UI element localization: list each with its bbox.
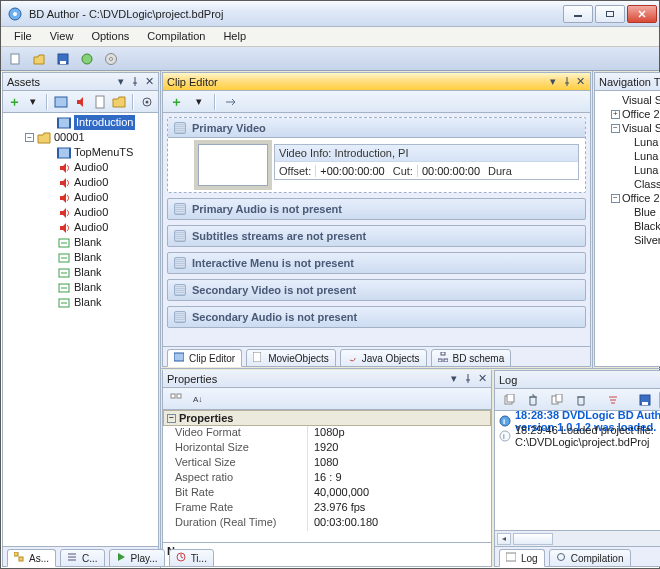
nav-item[interactable]: Silver: [607, 233, 660, 247]
prop-row[interactable]: Vertical Size1080: [163, 456, 491, 471]
maximize-button[interactable]: [595, 5, 625, 23]
menu-options[interactable]: Options: [82, 27, 138, 46]
menu-file[interactable]: File: [5, 27, 41, 46]
prop-row[interactable]: Horizontal Size1920: [163, 441, 491, 456]
tree-node[interactable]: Blank: [15, 280, 158, 295]
close-icon[interactable]: ✕: [144, 77, 154, 87]
new-icon[interactable]: [5, 49, 25, 69]
tab-clip-editor[interactable]: Clip Editor: [167, 349, 242, 367]
film-icon[interactable]: [53, 92, 69, 112]
tree-node[interactable]: Audio0: [15, 175, 158, 190]
clip-block[interactable]: Primary Audio is not present: [167, 198, 586, 220]
tree-node[interactable]: Blank: [15, 295, 158, 310]
tab-ti[interactable]: Ti...: [169, 549, 214, 567]
block-header[interactable]: Primary Video: [168, 118, 585, 138]
tab-c[interactable]: C...: [60, 549, 105, 567]
pin-icon[interactable]: [463, 374, 473, 384]
expand-icon[interactable]: +: [611, 110, 620, 119]
drag-handle-icon[interactable]: [174, 203, 186, 215]
tree-node[interactable]: Audio0: [15, 220, 158, 235]
trash-icon[interactable]: [523, 390, 543, 410]
drag-handle-icon[interactable]: [174, 284, 186, 296]
tree-node[interactable]: Audio0: [15, 205, 158, 220]
nav-item[interactable]: Luna Olive: [607, 163, 660, 177]
tree-node[interactable]: Blank: [15, 265, 158, 280]
log-header[interactable]: Log ▾ ✕: [495, 371, 660, 389]
nav-tree[interactable]: Visual Studio 2003+Office 2003−Visual St…: [595, 91, 660, 366]
pin-icon[interactable]: [130, 77, 140, 87]
sort-az-icon[interactable]: A↓: [189, 389, 209, 409]
tree-node[interactable]: −00001: [15, 130, 158, 145]
build-icon[interactable]: [77, 49, 97, 69]
prop-row[interactable]: Aspect ratio16 : 9: [163, 471, 491, 486]
menu-help[interactable]: Help: [214, 27, 255, 46]
tree-node[interactable]: Blank: [15, 250, 158, 265]
clip-body[interactable]: Primary Video Video Info: Introduction, …: [163, 113, 590, 346]
nav-item[interactable]: Blue: [607, 205, 660, 219]
tree-node[interactable]: Introduction: [15, 115, 158, 130]
log-line[interactable]: i18:29:46 Loaded project file: C:\DVDLog…: [499, 428, 660, 443]
prop-row[interactable]: Video Format1080p: [163, 426, 491, 441]
chevron-down-icon[interactable]: ▾: [189, 92, 209, 112]
menu-view[interactable]: View: [41, 27, 83, 46]
tab-assets[interactable]: As...: [7, 549, 56, 567]
clip-editor-header[interactable]: Clip Editor ▾ ✕: [163, 73, 590, 91]
nav-item[interactable]: −Visual Studio 2005: [607, 121, 660, 135]
trash-all-icon[interactable]: [571, 390, 591, 410]
prop-row[interactable]: Bit Rate40,000,000: [163, 486, 491, 501]
audio-icon[interactable]: [72, 92, 88, 112]
nav-tree-header[interactable]: Navigation Tree ◂ ▸ ✕: [595, 73, 660, 91]
clip-block[interactable]: Secondary Audio is not present: [167, 306, 586, 328]
dropdown-icon[interactable]: ▾: [449, 374, 459, 384]
drag-handle-icon[interactable]: [174, 257, 186, 269]
prop-group[interactable]: −Properties: [163, 410, 491, 426]
add-icon[interactable]: ＋: [6, 92, 22, 112]
tab-compilation[interactable]: Compilation: [549, 549, 631, 567]
log-scrollbar[interactable]: ◂ ▸: [495, 530, 660, 546]
clip-block[interactable]: Secondary Video is not present: [167, 279, 586, 301]
tab-bd-schema[interactable]: BD schema: [431, 349, 512, 367]
pin-icon[interactable]: [562, 77, 572, 87]
nav-item[interactable]: Luna Blue: [607, 135, 660, 149]
properties-header[interactable]: Properties ▾ ✕: [163, 370, 491, 388]
chevron-down-icon[interactable]: ▾: [25, 92, 41, 112]
properties-grid[interactable]: −PropertiesVideo Format1080pHorizontal S…: [163, 410, 491, 542]
assets-header[interactable]: Assets ▾ ✕: [3, 73, 158, 91]
close-button[interactable]: [627, 5, 657, 23]
minimize-button[interactable]: [563, 5, 593, 23]
tree-node[interactable]: Audio0: [15, 160, 158, 175]
expand-icon[interactable]: −: [611, 124, 620, 133]
expand-icon[interactable]: −: [25, 133, 34, 142]
nav-item[interactable]: Classic: [607, 177, 660, 191]
copy-icon[interactable]: [499, 390, 519, 410]
save-log-icon[interactable]: [635, 390, 655, 410]
scroll-left-icon[interactable]: ◂: [497, 533, 511, 545]
clip-block[interactable]: Interactive Menu is not present: [167, 252, 586, 274]
save-icon[interactable]: [53, 49, 73, 69]
dropdown-icon[interactable]: ▾: [548, 77, 558, 87]
titlebar[interactable]: BD Author - C:\DVDLogic\project.bdProj: [1, 1, 659, 27]
expand-icon[interactable]: −: [611, 194, 620, 203]
nav-item[interactable]: Black: [607, 219, 660, 233]
nav-item[interactable]: −Office 2007: [607, 191, 660, 205]
tab-java-objects[interactable]: Java Objects: [340, 349, 427, 367]
filter-icon[interactable]: [603, 390, 623, 410]
prop-row[interactable]: Duration (Real Time)00:03:00.180: [163, 516, 491, 531]
drag-handle-icon[interactable]: [174, 311, 186, 323]
menu-compilation[interactable]: Compilation: [138, 27, 214, 46]
page-icon[interactable]: [92, 92, 108, 112]
nav-item[interactable]: +Office 2003: [607, 107, 660, 121]
tab-play[interactable]: Play...: [109, 549, 165, 567]
arrow-right-icon[interactable]: [221, 92, 241, 112]
add-icon[interactable]: ＋: [166, 92, 186, 112]
tree-node[interactable]: Audio0: [15, 190, 158, 205]
tab-movie-objects[interactable]: MovieObjects: [246, 349, 336, 367]
prop-row[interactable]: Frame Rate23.976 fps: [163, 501, 491, 516]
drag-handle-icon[interactable]: [174, 122, 186, 134]
scroll-thumb[interactable]: [513, 533, 553, 545]
close-icon[interactable]: ✕: [477, 374, 487, 384]
tab-log[interactable]: Log: [499, 549, 545, 567]
tree-node[interactable]: TopMenuTS: [15, 145, 158, 160]
categorize-icon[interactable]: [166, 389, 186, 409]
close-icon[interactable]: ✕: [576, 77, 586, 87]
